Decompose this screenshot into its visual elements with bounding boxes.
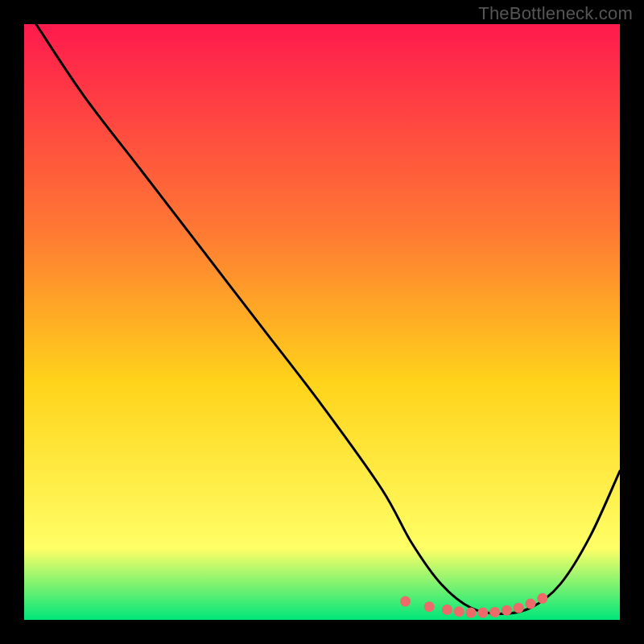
valley-dot — [537, 593, 547, 604]
chart-frame — [24, 24, 620, 620]
watermark-text: TheBottleneck.com — [478, 3, 633, 24]
valley-dot — [477, 608, 488, 618]
valley-dot — [400, 597, 411, 607]
valley-dot — [424, 601, 435, 612]
valley-dot — [502, 605, 512, 616]
valley-dot — [514, 603, 524, 613]
valley-dot — [442, 605, 452, 615]
chart-svg — [24, 24, 620, 620]
valley-dot — [454, 606, 464, 617]
valley-dot — [526, 599, 536, 609]
chart-bg-gradient — [24, 24, 620, 620]
valley-dot — [466, 608, 477, 618]
valley-dot — [489, 607, 500, 617]
